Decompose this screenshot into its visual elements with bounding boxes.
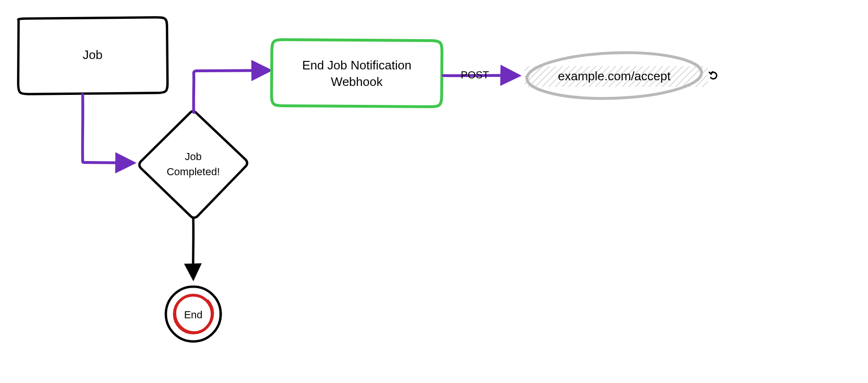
job-label: Job xyxy=(83,48,103,62)
arrow-completed-to-webhook xyxy=(194,70,268,112)
webhook-label-1: End Job Notification xyxy=(302,58,411,72)
post-label: POST xyxy=(461,69,489,81)
completed-label-1: Job xyxy=(185,151,201,162)
end-label: End xyxy=(184,309,202,321)
arrow-completed-to-end xyxy=(193,219,194,278)
endpoint-node: example.com/accept xyxy=(524,50,717,102)
webhook-node: End Job Notification Webhook xyxy=(272,40,442,107)
endpoint-label: example.com/accept xyxy=(558,69,671,83)
arrow-job-to-completed xyxy=(83,94,132,163)
job-node: Job xyxy=(17,17,167,94)
completed-label-2: Completed! xyxy=(167,166,220,178)
flow-diagram: Job Job Completed! End Job Notification … xyxy=(0,0,868,383)
webhook-label-2: Webhook xyxy=(331,75,383,89)
end-node: End xyxy=(166,287,221,341)
completed-node: Job Completed! xyxy=(138,111,248,219)
refresh-icon xyxy=(709,72,717,79)
